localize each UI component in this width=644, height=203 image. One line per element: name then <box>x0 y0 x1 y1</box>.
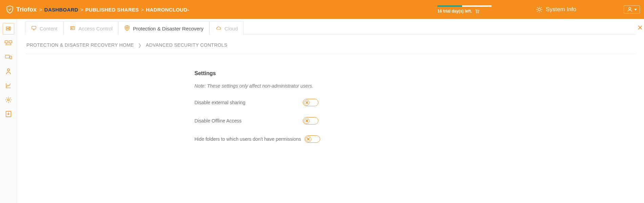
svg-rect-4 <box>6 27 11 30</box>
breadcrumb: > DASHBOARD > PUBLISHED SHARES > HADRONC… <box>39 7 189 13</box>
logo-shield-icon <box>5 5 14 14</box>
sidebar-item-endpoints[interactable] <box>3 51 14 63</box>
sidebar-item-share[interactable] <box>3 23 14 35</box>
breadcrumb-sep: > <box>80 7 83 13</box>
sub-breadcrumb: PROTECTION & DISASTER RECOVERY HOME ❯ AD… <box>25 35 636 54</box>
svg-point-17 <box>71 27 72 28</box>
settings-note: Note: These settings only affect non-adm… <box>194 83 384 89</box>
tab-content[interactable]: Content <box>25 21 63 35</box>
app-header: Triofox > DASHBOARD > PUBLISHED SHARES >… <box>0 0 644 19</box>
setting-label: Disable external sharing <box>194 100 299 105</box>
setting-label: Hide folders to which users don't have p… <box>194 136 301 142</box>
toggle-disable-external-sharing[interactable] <box>303 99 318 106</box>
user-icon <box>627 6 633 13</box>
sidebar <box>0 19 17 203</box>
user-menu-button[interactable] <box>624 5 640 14</box>
tab-protection-label: Protection & Disaster Recovery <box>133 26 203 31</box>
id-card-icon <box>69 25 76 32</box>
breadcrumb-sep: > <box>141 7 144 13</box>
toggle-disable-offline-access[interactable] <box>303 117 318 125</box>
gear-sun-icon <box>536 6 543 13</box>
breadcrumb-sep: > <box>39 7 42 13</box>
tab-cloud[interactable]: Cloud <box>209 21 244 35</box>
trial-progress-fill <box>437 5 462 7</box>
svg-point-13 <box>7 99 9 101</box>
svg-point-2 <box>538 8 541 10</box>
setting-row-hide-folders: Hide folders to which users don't have p… <box>194 135 384 143</box>
sidebar-item-devices[interactable] <box>3 37 14 49</box>
svg-rect-11 <box>10 56 12 59</box>
svg-point-1 <box>478 13 479 13</box>
setting-row-disable-offline-access: Disable Offline Access <box>194 117 384 125</box>
sub-breadcrumb-current: ADVANCED SECURITY CONTROLS <box>146 42 228 48</box>
svg-point-3 <box>629 7 631 9</box>
svg-point-0 <box>477 13 477 13</box>
tab-access-control-label: Access Control <box>79 26 113 31</box>
tab-content-label: Content <box>40 26 58 31</box>
svg-rect-15 <box>32 26 36 29</box>
sidebar-item-download[interactable] <box>3 108 14 120</box>
monitor-icon <box>31 25 37 32</box>
brand-name: Triofox <box>16 6 37 13</box>
close-icon[interactable]: × <box>638 23 643 32</box>
svg-rect-16 <box>70 26 75 29</box>
chevron-right-icon: ❯ <box>138 43 142 48</box>
brand-block: Triofox <box>5 5 37 14</box>
tab-cloud-label: Cloud <box>225 26 238 31</box>
svg-point-5 <box>7 28 8 29</box>
sidebar-item-settings[interactable] <box>3 94 14 106</box>
cloud-icon <box>215 25 222 32</box>
cart-icon[interactable] <box>475 9 480 14</box>
settings-panel: Settings Note: These settings only affec… <box>194 70 384 143</box>
tab-access-control[interactable]: Access Control <box>63 21 119 35</box>
setting-row-disable-external-sharing: Disable external sharing <box>194 99 384 106</box>
main-content: × Content Access Control <box>17 19 644 203</box>
trial-days-text: 16 trial day(s) left. <box>437 9 472 14</box>
breadcrumb-published-shares[interactable]: PUBLISHED SHARES <box>85 7 139 13</box>
svg-rect-8 <box>5 41 8 43</box>
sidebar-item-users[interactable] <box>3 66 14 77</box>
setting-label: Disable Offline Access <box>194 118 299 123</box>
system-info-button[interactable]: System Info <box>536 6 576 13</box>
sub-breadcrumb-home[interactable]: PROTECTION & DISASTER RECOVERY HOME <box>26 42 134 48</box>
breadcrumb-current: HADRONCLOUD- <box>146 7 189 13</box>
sidebar-item-reports[interactable] <box>3 80 14 91</box>
svg-rect-9 <box>9 41 12 43</box>
trial-status: 16 trial day(s) left. <box>437 5 492 14</box>
tab-bar: Content Access Control Protection & Disa… <box>25 21 636 35</box>
system-info-label: System Info <box>546 6 576 13</box>
tab-protection[interactable]: Protection & Disaster Recovery <box>118 21 209 35</box>
chevron-down-icon <box>634 9 637 10</box>
shield-icon <box>124 25 130 32</box>
svg-rect-10 <box>5 55 9 58</box>
svg-point-12 <box>7 69 9 71</box>
toggle-hide-folders[interactable] <box>305 135 320 143</box>
settings-title: Settings <box>194 70 384 76</box>
trial-progress-bar <box>437 5 492 7</box>
breadcrumb-dashboard[interactable]: DASHBOARD <box>44 7 78 13</box>
